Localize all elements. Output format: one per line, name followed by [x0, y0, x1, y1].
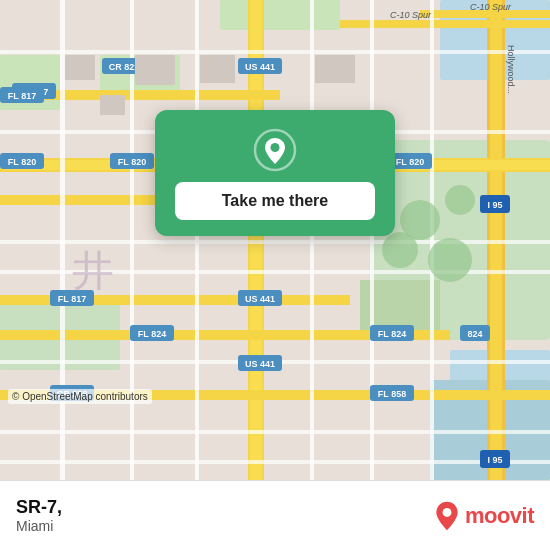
- svg-text:FL 817: FL 817: [8, 91, 36, 101]
- take-me-there-button[interactable]: Take me there: [175, 182, 375, 220]
- svg-text:FL 820: FL 820: [8, 157, 36, 167]
- svg-rect-29: [0, 50, 550, 54]
- svg-rect-74: [100, 95, 125, 115]
- svg-text:C-10 Spur: C-10 Spur: [470, 2, 512, 12]
- svg-rect-76: [200, 55, 235, 83]
- svg-point-85: [442, 508, 451, 517]
- location-name: SR-7,: [16, 497, 62, 518]
- svg-rect-77: [315, 55, 355, 83]
- svg-text:FL 820: FL 820: [396, 157, 424, 167]
- svg-text:FL 820: FL 820: [118, 157, 146, 167]
- map-container: FL 817 CR 822 US 441 FL 817 FL 820 FL 82…: [0, 0, 550, 480]
- svg-rect-31: [0, 240, 550, 244]
- svg-point-80: [445, 185, 475, 215]
- osm-attribution: © OpenStreetMap contributors: [8, 389, 152, 404]
- svg-rect-75: [135, 55, 175, 85]
- location-pin-icon: [253, 128, 297, 172]
- svg-text:US 441: US 441: [245, 359, 275, 369]
- svg-text:C-10 Spur: C-10 Spur: [390, 10, 432, 20]
- moovit-text: moovit: [465, 503, 534, 529]
- svg-text:824: 824: [467, 329, 482, 339]
- svg-rect-35: [0, 460, 550, 464]
- svg-text:FL 817: FL 817: [58, 294, 86, 304]
- popup-card: Take me there: [155, 110, 395, 236]
- svg-text:CR 822: CR 822: [109, 62, 140, 72]
- svg-text:I 95: I 95: [487, 455, 502, 465]
- svg-text:FL 858: FL 858: [378, 389, 406, 399]
- svg-point-81: [382, 232, 418, 268]
- moovit-logo: moovit: [433, 500, 534, 532]
- svg-point-82: [428, 238, 472, 282]
- svg-text:I 95: I 95: [487, 200, 502, 210]
- location-city: Miami: [16, 518, 62, 534]
- moovit-pin-icon: [433, 500, 461, 532]
- svg-text:FL 824: FL 824: [378, 329, 406, 339]
- svg-rect-6: [220, 0, 340, 30]
- svg-rect-73: [65, 55, 95, 80]
- svg-point-84: [271, 143, 280, 152]
- location-info: SR-7, Miami: [16, 497, 62, 534]
- svg-rect-34: [0, 430, 550, 434]
- svg-text:Hollywood...: Hollywood...: [506, 45, 516, 94]
- bottom-bar: SR-7, Miami moovit: [0, 480, 550, 550]
- svg-text:井: 井: [72, 247, 114, 294]
- svg-text:FL 824: FL 824: [138, 329, 166, 339]
- svg-text:US 441: US 441: [245, 294, 275, 304]
- svg-rect-17: [0, 195, 160, 205]
- svg-text:US 441: US 441: [245, 62, 275, 72]
